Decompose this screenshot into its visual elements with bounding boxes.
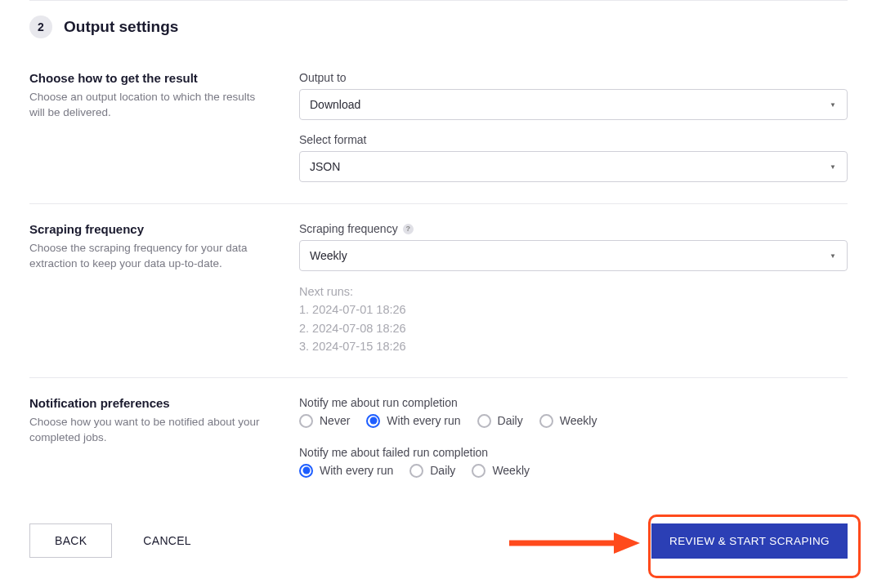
- frequency-section: Scraping frequency Choose the scraping f…: [29, 222, 848, 378]
- radio-icon: [299, 414, 313, 428]
- completion-option[interactable]: Daily: [477, 414, 523, 428]
- completion-option[interactable]: Weekly: [539, 414, 597, 428]
- radio-icon: [299, 464, 313, 478]
- select-format-select[interactable]: JSON: [299, 151, 848, 182]
- next-runs-label: Next runs:: [299, 283, 848, 301]
- failed-option[interactable]: Daily: [409, 464, 455, 478]
- output-description: Choose an output location to which the r…: [29, 90, 266, 121]
- frequency-label: Scraping frequency: [299, 222, 398, 235]
- output-heading: Choose how to get the result: [29, 71, 266, 85]
- completion-option[interactable]: With every run: [366, 414, 460, 428]
- next-runs: Next runs: 1. 2024-07-01 18:26 2. 2024-0…: [299, 283, 848, 356]
- frequency-select[interactable]: Weekly: [299, 240, 848, 271]
- radio-label: Weekly: [560, 414, 597, 427]
- failed-option[interactable]: Weekly: [472, 464, 530, 478]
- help-icon[interactable]: ?: [403, 224, 414, 234]
- step-number-badge: 2: [29, 16, 52, 38]
- failed-label: Notify me about failed run completion: [299, 446, 848, 459]
- radio-label: With every run: [320, 464, 393, 477]
- completion-label: Notify me about run completion: [299, 396, 848, 409]
- footer: BACK CANCEL REVIEW & START SCRAPING: [29, 523, 848, 559]
- output-to-label: Output to: [299, 71, 848, 84]
- failed-radio-group: With every runDailyWeekly: [299, 464, 848, 478]
- frequency-description: Choose the scraping frequency for your d…: [29, 241, 266, 272]
- radio-label: Weekly: [492, 464, 530, 477]
- completion-radio-group: NeverWith every runDailyWeekly: [299, 414, 848, 428]
- notification-heading: Notification preferences: [29, 396, 266, 410]
- next-run-item: 3. 2024-07-15 18:26: [299, 337, 848, 355]
- completion-option[interactable]: Never: [299, 414, 350, 428]
- review-start-scraping-button[interactable]: REVIEW & START SCRAPING: [651, 523, 848, 559]
- next-run-item: 2. 2024-07-08 18:26: [299, 319, 848, 337]
- output-to-select[interactable]: Download: [299, 89, 848, 120]
- notification-description: Choose how you want to be notified about…: [29, 415, 266, 446]
- next-run-item: 1. 2024-07-01 18:26: [299, 301, 848, 318]
- failed-option[interactable]: With every run: [299, 464, 393, 478]
- radio-icon: [477, 414, 491, 428]
- back-button[interactable]: BACK: [29, 523, 112, 558]
- radio-icon: [539, 414, 553, 428]
- radio-label: Daily: [498, 414, 523, 427]
- radio-label: Daily: [430, 464, 455, 477]
- frequency-heading: Scraping frequency: [29, 222, 266, 236]
- radio-icon: [472, 464, 485, 478]
- select-format-label: Select format: [299, 133, 848, 146]
- radio-icon: [409, 464, 423, 478]
- output-section: Choose how to get the result Choose an o…: [29, 71, 848, 204]
- cancel-button[interactable]: CANCEL: [143, 534, 191, 547]
- radio-label: With every run: [387, 414, 460, 427]
- radio-label: Never: [320, 414, 350, 427]
- step-header: 2 Output settings: [29, 16, 848, 38]
- step-title: Output settings: [64, 18, 178, 36]
- notification-section: Notification preferences Choose how you …: [29, 396, 848, 499]
- radio-icon: [366, 414, 380, 428]
